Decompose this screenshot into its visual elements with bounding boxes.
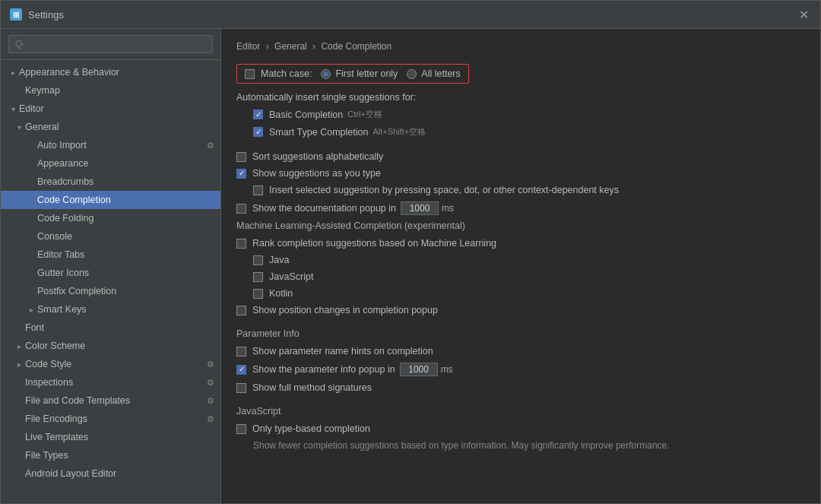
param-info-title: Parameter Info xyxy=(236,328,805,339)
sidebar-item-label: Breadcrumbs xyxy=(37,176,94,187)
sidebar-item-android-layout-editor[interactable]: Android Layout Editor xyxy=(1,464,220,483)
tree-arrow xyxy=(13,360,25,369)
sidebar-item-label: Color Scheme xyxy=(25,341,85,351)
ml-rank-checkbox[interactable] xyxy=(236,239,246,249)
breadcrumb-sep2: › xyxy=(312,41,315,52)
param-popup-label: Show the parameter info popup in xyxy=(252,364,395,375)
ml-section-title: Machine Learning-Assisted Completion (ex… xyxy=(236,220,805,231)
param-popup-checkbox[interactable] xyxy=(236,365,246,375)
sidebar: Appearance & Behavior Keymap Editor xyxy=(1,29,221,503)
show-full-signatures-checkbox[interactable] xyxy=(236,383,246,393)
search-input[interactable] xyxy=(8,35,213,53)
param-popup-row: Show the parameter info popup in ms xyxy=(236,362,805,377)
ml-java-row: Java xyxy=(236,254,805,266)
basic-completion-row: Basic Completion Ctrl+空格 xyxy=(236,108,805,121)
sidebar-item-console[interactable]: Console xyxy=(1,227,220,246)
type-based-description-row: Show fewer completion suggestions based … xyxy=(236,439,805,452)
first-letter-radio[interactable] xyxy=(321,69,331,79)
match-case-row: Match case: xyxy=(245,68,312,80)
insert-selected-checkbox[interactable] xyxy=(253,185,263,195)
ml-javascript-row: JavaScript xyxy=(236,271,805,283)
sidebar-item-code-folding[interactable]: Code Folding xyxy=(1,209,220,227)
show-doc-popup-checkbox[interactable] xyxy=(236,204,246,214)
ml-java-checkbox[interactable] xyxy=(253,255,263,265)
sidebar-item-general[interactable]: General xyxy=(1,118,220,136)
main-panel: Editor › General › Code Completion Match… xyxy=(221,29,820,503)
sidebar-item-smart-keys[interactable]: Smart Keys xyxy=(1,300,220,319)
doc-popup-ms-unit: ms xyxy=(442,203,454,214)
basic-completion-checkbox[interactable] xyxy=(253,109,263,119)
sidebar-item-appearance-behavior[interactable]: Appearance & Behavior xyxy=(1,63,220,81)
sidebar-item-label: Code Style xyxy=(25,359,71,369)
search-box xyxy=(1,29,220,60)
param-name-hints-label: Show parameter name hints on completion xyxy=(252,346,433,357)
smart-type-label: Smart Type Completion xyxy=(269,127,368,138)
sidebar-item-font[interactable]: Font xyxy=(1,319,220,337)
ml-java-label: Java xyxy=(269,255,289,265)
sidebar-item-postfix-completion[interactable]: Postfix Completion xyxy=(1,282,220,300)
first-letter-label: First letter only xyxy=(335,68,398,79)
tree-arrow xyxy=(7,68,19,77)
only-type-based-checkbox[interactable] xyxy=(236,424,246,434)
breadcrumb-code-completion: Code Completion xyxy=(321,41,391,52)
sidebar-item-color-scheme[interactable]: Color Scheme xyxy=(1,337,220,355)
ml-rank-label: Rank completion suggestions based on Mac… xyxy=(252,238,496,249)
settings-icon: ⚙ xyxy=(207,360,214,369)
auto-insert-section: Automatically insert single suggestions … xyxy=(236,91,805,138)
sidebar-item-label: Inspections xyxy=(25,377,73,388)
sidebar-item-code-style[interactable]: Code Style ⚙ xyxy=(1,355,220,373)
show-as-type-label: Show suggestions as you type xyxy=(252,168,381,179)
tree-arrow xyxy=(13,123,25,132)
smart-type-checkbox[interactable] xyxy=(253,127,263,137)
ml-kotlin-row: Kotlin xyxy=(236,287,805,300)
param-info-section: Parameter Info Show parameter name hints… xyxy=(236,328,805,394)
sort-suggestions-checkbox[interactable] xyxy=(236,152,246,162)
show-full-signatures-label: Show full method signatures xyxy=(252,382,372,393)
type-based-description: Show fewer completion suggestions based … xyxy=(253,440,670,451)
param-name-hints-row: Show parameter name hints on completion xyxy=(236,345,805,357)
sidebar-item-label: Editor xyxy=(19,103,44,114)
sidebar-item-gutter-icons[interactable]: Gutter Icons xyxy=(1,264,220,282)
show-as-type-checkbox[interactable] xyxy=(236,169,246,179)
sidebar-item-inspections[interactable]: Inspections ⚙ xyxy=(1,373,220,391)
sidebar-item-label: Live Templates xyxy=(25,432,88,442)
sidebar-item-file-encodings[interactable]: File Encodings ⚙ xyxy=(1,410,220,428)
sidebar-item-editor[interactable]: Editor xyxy=(1,100,220,118)
insert-selected-label: Insert selected suggestion by pressing s… xyxy=(269,185,619,195)
sidebar-item-label: File Types xyxy=(25,450,68,461)
sidebar-item-file-and-code-templates[interactable]: File and Code Templates ⚙ xyxy=(1,391,220,410)
app-icon: ⊞ xyxy=(10,8,22,21)
breadcrumb-general: General xyxy=(274,41,307,52)
smart-type-shortcut: Alt+Shift+空格 xyxy=(372,126,426,138)
ml-rank-row: Rank completion suggestions based on Mac… xyxy=(236,237,805,249)
auto-insert-title-row: Automatically insert single suggestions … xyxy=(236,91,805,103)
sidebar-item-keymap[interactable]: Keymap xyxy=(1,81,220,100)
javascript-section-title: JavaScript xyxy=(236,406,805,417)
sidebar-item-label: Android Layout Editor xyxy=(25,468,116,479)
sidebar-tree: Appearance & Behavior Keymap Editor xyxy=(1,60,220,503)
sidebar-item-code-completion[interactable]: Code Completion xyxy=(1,191,220,209)
sidebar-item-auto-import[interactable]: Auto Import ⚙ xyxy=(1,136,220,154)
sidebar-item-live-templates[interactable]: Live Templates xyxy=(1,428,220,446)
ml-kotlin-label: Kotlin xyxy=(269,288,293,299)
ml-javascript-checkbox[interactable] xyxy=(253,272,263,282)
ml-show-position-checkbox[interactable] xyxy=(236,306,246,315)
only-type-based-label: Only type-based completion xyxy=(252,423,370,434)
show-doc-popup-label: Show the documentation popup in xyxy=(252,203,396,214)
sidebar-item-appearance[interactable]: Appearance xyxy=(1,154,220,173)
doc-popup-ms-input[interactable] xyxy=(401,201,439,215)
close-button[interactable]: ✕ xyxy=(796,7,811,22)
match-case-checkbox[interactable] xyxy=(245,69,255,79)
sidebar-item-editor-tabs[interactable]: Editor Tabs xyxy=(1,246,220,264)
param-popup-ms-input[interactable] xyxy=(400,363,438,376)
breadcrumb-sep1: › xyxy=(266,41,269,52)
sidebar-item-breadcrumbs[interactable]: Breadcrumbs xyxy=(1,173,220,191)
dialog-title: Settings xyxy=(28,9,64,21)
title-bar: ⊞ Settings ✕ xyxy=(1,1,820,29)
sort-suggestions-label: Sort suggestions alphabetically xyxy=(252,151,383,162)
param-name-hints-checkbox[interactable] xyxy=(236,347,246,357)
settings-icon: ⚙ xyxy=(207,414,214,424)
ml-kotlin-checkbox[interactable] xyxy=(253,289,263,299)
sidebar-item-file-types[interactable]: File Types xyxy=(1,446,220,464)
all-letters-radio[interactable] xyxy=(407,69,417,79)
